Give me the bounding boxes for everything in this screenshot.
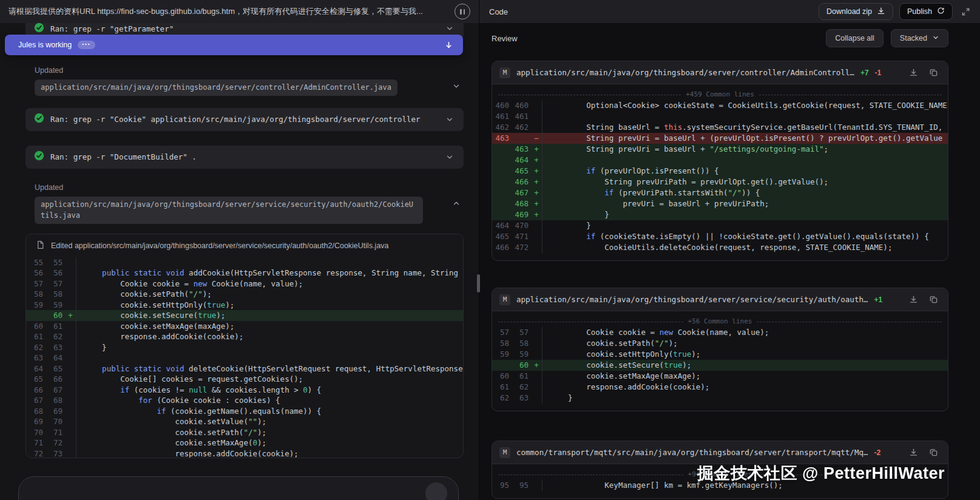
chat-panel: Ran: grep -r "getParameter" Jules is wor… — [0, 23, 479, 500]
updated-label: Updated — [35, 183, 479, 192]
diff-line-context: 6364 — [26, 353, 463, 363]
file-diff: +459 Common lines460460 Optional<Cookie>… — [492, 84, 948, 260]
file-diff: +56 Common lines5757 Cookie cookie = new… — [492, 311, 948, 411]
step-label: Ran: grep -r "getParameter" — [50, 24, 438, 33]
diff-line-context: 5858 cookie.setPath("/"); — [492, 338, 948, 349]
diff-line-context: 6061 cookie.setMaxAge(maxAge); — [492, 371, 948, 382]
file-chip-admincontroller[interactable]: application/src/main/java/org/thingsboar… — [35, 79, 397, 96]
diff-line-add: 60+ cookie.setSecure(true); — [26, 310, 463, 321]
updated-label: Updated — [35, 66, 479, 75]
review-header: Review Collapse all Stacked — [492, 23, 948, 53]
diff-line-context: 5555 — [26, 257, 463, 268]
chevron-down-icon[interactable] — [451, 81, 462, 92]
pause-button[interactable] — [455, 4, 470, 19]
diff-line-context: 5959 cookie.setHttpOnly(true); — [492, 349, 948, 360]
file-icon — [36, 240, 45, 251]
diff-line-add: 463+ String prevUri = baseUrl + "/settin… — [492, 144, 948, 155]
diff-line-context: 6869 if (cookie.getName().equals(name)) … — [26, 406, 463, 417]
diff-line-context: 464470 } — [492, 220, 948, 231]
common-lines-separator: +459 Common lines — [492, 89, 948, 100]
diff-line-add: 465+ if (prevUrlOpt.isPresent()) { — [492, 166, 948, 177]
diff-line-context: 6263 } — [26, 342, 463, 353]
diff-line-add: 466+ String prevUriPath = prevUrlOpt.get… — [492, 177, 948, 187]
chevron-down-icon[interactable] — [444, 114, 455, 125]
modified-badge: M — [499, 447, 510, 458]
message-input[interactable] — [18, 476, 459, 500]
file-card-header[interactable]: M application/src/main/java/org/thingsbo… — [492, 61, 948, 84]
diff-line-context: 6566 Cookie[] cookies = request.getCooki… — [26, 374, 463, 385]
edit-diff-body: 55555656 public static void addCookie(Ht… — [26, 257, 463, 458]
diff-line-add: 60+ cookie.setSecure(true); — [492, 360, 948, 371]
diff-line-context: 462462 String baseUrl = this.systemSecur… — [492, 122, 948, 133]
expand-icon[interactable] — [959, 5, 973, 19]
panel-resize-handle[interactable] — [477, 274, 480, 292]
diff-line-context: 461461 — [492, 111, 948, 122]
publish-button[interactable]: Publish — [899, 3, 953, 20]
chevron-down-icon[interactable] — [444, 23, 455, 34]
edit-diff-header[interactable]: Edited application/src/main/java/org/thi… — [26, 234, 463, 257]
file-path: application/src/main/java/org/thingsboar… — [516, 68, 854, 77]
diff-line-context: 6263 } — [492, 393, 948, 404]
diff-line-add: 467+ if (prevUriPath.startsWith("/")) { — [492, 187, 948, 198]
additions-count: +1 — [874, 296, 882, 304]
diff-line-context: 466472 CookieUtils.deleteCookie(request,… — [492, 242, 948, 253]
watermark: 掘金技术社区 @ PetterHillWater — [697, 462, 945, 484]
diff-line-context: 7273 response.addCookie(cookie); — [26, 448, 463, 458]
loading-dots: ••• — [78, 41, 95, 49]
file-path: application/src/main/java/org/thingsboar… — [516, 295, 868, 304]
step-grep-documentbuilder[interactable]: Ran: grep -r "DocumentBuilder" . — [25, 146, 464, 169]
collapse-all-button[interactable]: Collapse all — [826, 29, 884, 47]
diff-line-context: 5757 Cookie cookie = new Cookie(name, va… — [26, 279, 463, 289]
scroll-to-bottom-button[interactable] — [443, 39, 455, 51]
diff-line-context: 5757 Cookie cookie = new Cookie(name, va… — [492, 327, 948, 338]
diff-line-context: 6061 cookie.setMaxAge(maxAge); — [26, 321, 463, 332]
file-chip-cookieutils[interactable]: application/src/main/java/org/thingsboar… — [35, 197, 423, 224]
code-column: Code Download zip Publish Review Collaps… — [479, 0, 980, 500]
task-header: 请根据我提供的资料URL https://find-sec-bugs.githu… — [0, 0, 479, 23]
deletions-count: -2 — [874, 448, 880, 457]
working-status-banner: Jules is working ••• — [5, 35, 463, 55]
modified-badge: M — [499, 294, 510, 305]
diff-line-context: 6970 cookie.setValue(""); — [26, 416, 463, 427]
chevron-down-icon — [932, 34, 939, 43]
edit-diff-title: Edited application/src/main/java/org/thi… — [51, 242, 389, 250]
modified-badge: M — [499, 67, 510, 78]
diff-line-context: 6162 response.addCookie(cookie); — [26, 331, 463, 342]
edit-diff-card: Edited application/src/main/java/org/thi… — [25, 234, 464, 458]
app-window: 请根据我提供的资料URL https://find-sec-bugs.githu… — [0, 0, 980, 500]
copy-icon[interactable] — [927, 445, 941, 459]
download-icon[interactable] — [907, 445, 921, 459]
step-label: Ran: grep -r "Cookie" application/src/ma… — [50, 115, 438, 124]
diff-line-context: 5858 cookie.setPath("/"); — [26, 289, 463, 300]
code-panel-title: Code — [489, 7, 508, 16]
download-icon[interactable] — [907, 292, 921, 306]
diff-line-context: 6162 response.addCookie(cookie); — [492, 382, 948, 393]
diff-line-context: 460460 Optional<Cookie> cookieState = Co… — [492, 100, 948, 111]
code-header: Code Download zip Publish — [479, 0, 980, 23]
task-prompt: 请根据我提供的资料URL https://find-sec-bugs.githu… — [8, 6, 448, 17]
step-grep-cookie[interactable]: Ran: grep -r "Cookie" application/src/ma… — [25, 108, 464, 131]
download-zip-button[interactable]: Download zip — [819, 3, 893, 20]
file-card-header[interactable]: M common/transport/mqtt/src/main/java/or… — [492, 441, 948, 464]
check-icon — [34, 23, 44, 35]
send-button[interactable] — [425, 482, 447, 500]
file-card-admincontroller: M application/src/main/java/org/thingsbo… — [492, 61, 948, 261]
publish-sync-icon — [937, 7, 945, 16]
chat-column: 请根据我提供的资料URL https://find-sec-bugs.githu… — [0, 0, 479, 500]
diff-line-context: 7071 cookie.setPath("/"); — [26, 427, 463, 438]
diff-line-add: 464+ — [492, 155, 948, 166]
file-card-header[interactable]: M application/src/main/java/org/thingsbo… — [492, 288, 948, 311]
download-icon[interactable] — [907, 66, 921, 79]
review-panel: Review Collapse all Stacked M applicatio… — [479, 23, 980, 500]
step-label: Ran: grep -r "DocumentBuilder" . — [50, 152, 438, 161]
stacked-dropdown[interactable]: Stacked — [891, 29, 948, 47]
common-lines-separator: +56 Common lines — [492, 316, 948, 327]
diff-line-context: 5656 public static void addCookie(HttpSe… — [26, 268, 463, 279]
chevron-down-icon[interactable] — [444, 152, 455, 163]
chevron-up-icon[interactable] — [451, 198, 462, 209]
check-icon — [34, 113, 44, 126]
diff-line-add: 468+ prevUri = baseUrl + prevUriPath; — [492, 198, 948, 209]
copy-icon[interactable] — [927, 66, 941, 79]
copy-icon[interactable] — [927, 292, 941, 306]
diff-line-context: 7172 cookie.setMaxAge(0); — [26, 437, 463, 448]
